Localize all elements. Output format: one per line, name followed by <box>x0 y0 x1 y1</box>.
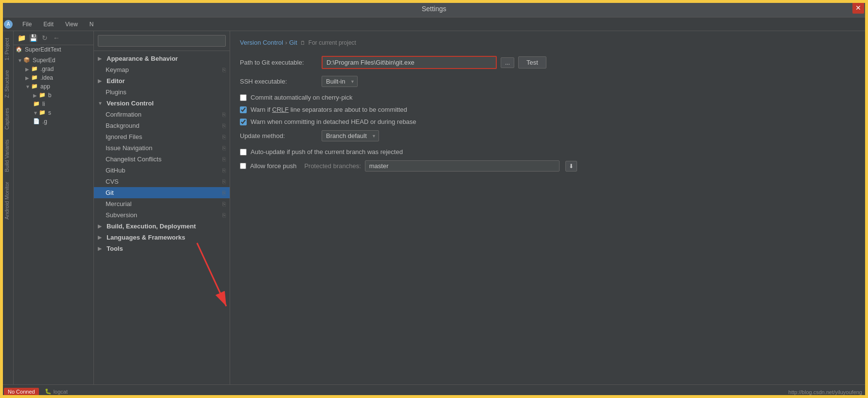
update-method-wrapper: Branch default Merge Rebase <box>322 130 379 141</box>
nav-changelist-conflicts[interactable]: Changelist Conflicts ⎘ <box>94 154 230 165</box>
refresh-icon-btn[interactable]: ↻ <box>40 33 50 43</box>
tree-arrow: ▼ <box>33 110 39 116</box>
nav-git[interactable]: Git ⎘ <box>94 187 230 198</box>
nav-languages[interactable]: ▶ Languages & Frameworks <box>94 232 230 243</box>
settings-panel: ▶ Appearance & Behavior Keymap ⎘ ▶ Edito… <box>94 31 868 398</box>
copy-icon: ⎘ <box>222 190 226 196</box>
nav-label: Keymap <box>106 66 129 73</box>
tree-label: SuperEd <box>33 57 55 64</box>
expand-arrow: ▼ <box>98 101 106 106</box>
nav-label: Confirmation <box>106 111 142 118</box>
nav-confirmation[interactable]: Confirmation ⎘ <box>94 109 230 120</box>
protected-branches-input[interactable] <box>365 160 560 172</box>
nav-subversion[interactable]: Subversion ⎘ <box>94 209 230 221</box>
nav-label: Background <box>106 122 139 129</box>
tree-grad[interactable]: ▶ 📁 .grad <box>14 65 93 73</box>
no-connect-button[interactable]: No Conned <box>4 388 39 396</box>
project-root-label: SuperEditText <box>25 46 61 53</box>
tree-arrow: ▶ <box>25 75 31 81</box>
vtab-captures[interactable]: Captures <box>2 105 12 133</box>
expand-arrow: ▶ <box>98 224 106 229</box>
copy-icon: ⎘ <box>222 201 226 208</box>
nav-label: Ignored Files <box>106 133 142 140</box>
download-icon-button[interactable]: ⬇ <box>565 161 577 172</box>
settings-nav-tree: ▶ Appearance & Behavior Keymap ⎘ ▶ Edito… <box>94 51 230 398</box>
ssh-select[interactable]: Built-in Native <box>322 76 358 87</box>
protected-branches-label: Protected branches: <box>304 162 361 170</box>
back-icon-btn[interactable]: ← <box>52 33 61 43</box>
nav-label: CVS <box>106 178 119 185</box>
tree-s[interactable]: ▼ 📁 s <box>14 108 93 117</box>
detached-head-label: Warn when committing in detached HEAD or… <box>251 118 416 125</box>
breadcrumb: Version Control › Git 🗒 For current proj… <box>240 39 858 46</box>
vtab-structure[interactable]: Z: Structure <box>2 67 12 101</box>
nav-background[interactable]: Background ⎘ <box>94 120 230 131</box>
folder-icon-btn[interactable]: 📁 <box>17 33 26 43</box>
cherry-pick-checkbox[interactable] <box>240 94 247 101</box>
vtab-build-variants[interactable]: Build Variants <box>2 137 12 175</box>
close-button[interactable]: ✕ <box>852 2 864 14</box>
menu-file[interactable]: File <box>20 20 34 29</box>
nav-label: Plugins <box>106 88 127 96</box>
vtab-android-monitor[interactable]: Android Monitor <box>2 179 12 223</box>
tree-label: b <box>48 92 52 99</box>
save-icon-btn[interactable]: 💾 <box>28 33 38 43</box>
copy-icon: ⎘ <box>222 134 226 140</box>
nav-tools[interactable]: ▶ Tools <box>94 243 230 254</box>
nav-plugins[interactable]: Plugins <box>94 87 230 98</box>
nav-github[interactable]: GitHub ⎘ <box>94 165 230 176</box>
tree-label: app <box>40 83 50 90</box>
test-button[interactable]: Test <box>518 56 546 69</box>
nav-editor[interactable]: ▶ Editor <box>94 75 230 87</box>
nav-appearance[interactable]: ▶ Appearance & Behavior <box>94 53 230 64</box>
auto-update-label: Auto-update if push of the current branc… <box>251 148 403 156</box>
menu-n[interactable]: N <box>88 20 96 29</box>
nav-ignored-files[interactable]: Ignored Files ⎘ <box>94 131 230 142</box>
menu-view[interactable]: View <box>63 20 80 29</box>
vtab-project[interactable]: 1: Project <box>2 35 12 63</box>
expand-arrow: ▶ <box>98 235 106 240</box>
expand-arrow: ▶ <box>98 78 106 84</box>
sidebar-toolbar: 📁 💾 ↻ ← <box>14 31 93 45</box>
tree-b[interactable]: ▶ 📁 b <box>14 91 93 100</box>
ellipsis-button[interactable]: ... <box>501 57 514 68</box>
tree-li[interactable]: 📁 li <box>14 100 93 108</box>
force-push-checkbox[interactable] <box>240 163 246 169</box>
nav-cvs[interactable]: CVS ⎘ <box>94 176 230 187</box>
crlf-label: Warn if CRLF line separators are about t… <box>251 106 407 113</box>
status-item-noconnect: No Conned <box>4 388 39 396</box>
tree-idea[interactable]: ▶ 📁 .idea <box>14 73 93 82</box>
crlf-checkbox[interactable] <box>240 106 247 113</box>
nav-keymap[interactable]: Keymap ⎘ <box>94 64 230 75</box>
title-bar-title: Settings <box>422 5 447 13</box>
tree-arrow: ▶ <box>33 93 39 98</box>
folder-icon: 📁 <box>31 83 39 90</box>
folder-icon: 📁 <box>39 92 47 99</box>
auto-update-checkbox[interactable] <box>240 149 247 156</box>
checkbox-auto-update: Auto-update if push of the current branc… <box>240 148 858 156</box>
url-text: http://blog.csdn.net/yiluyoufeng <box>788 389 862 395</box>
breadcrumb-parent[interactable]: Version Control <box>240 39 283 46</box>
folder-icon: 📁 <box>31 74 39 81</box>
breadcrumb-current[interactable]: Git <box>289 39 297 46</box>
nav-issue-navigation[interactable]: Issue Navigation ⎘ <box>94 142 230 154</box>
tree-app[interactable]: ▼ 📁 app <box>14 82 93 91</box>
update-method-select[interactable]: Branch default Merge Rebase <box>322 130 379 141</box>
nav-build[interactable]: ▶ Build, Execution, Deployment <box>94 221 230 232</box>
menu-edit[interactable]: Edit <box>41 20 55 29</box>
tree-label: .grad <box>40 66 54 72</box>
force-push-row: Allow force push Protected branches: ⬇ <box>240 160 858 172</box>
settings-search-input[interactable] <box>98 35 226 47</box>
main-layout: 1: Project Z: Structure Captures Build V… <box>0 31 868 398</box>
project-sidebar: 📁 💾 ↻ ← 🏠 SuperEditText ▼ 📦 SuperEd ▶ 📁 … <box>14 31 94 398</box>
update-method-label: Update method: <box>240 132 318 139</box>
tree-superedit[interactable]: ▼ 📦 SuperEd <box>14 56 93 65</box>
git-path-input[interactable] <box>322 56 497 69</box>
nav-mercurial[interactable]: Mercurial ⎘ <box>94 198 230 209</box>
tree-g-file[interactable]: 📄 .g <box>14 117 93 126</box>
project-root-item[interactable]: 🏠 SuperEditText <box>14 45 93 54</box>
copy-icon: ⎘ <box>222 156 226 163</box>
tree-label: .idea <box>40 74 53 81</box>
nav-version-control[interactable]: ▼ Version Control <box>94 98 230 109</box>
detached-head-checkbox[interactable] <box>240 119 247 125</box>
